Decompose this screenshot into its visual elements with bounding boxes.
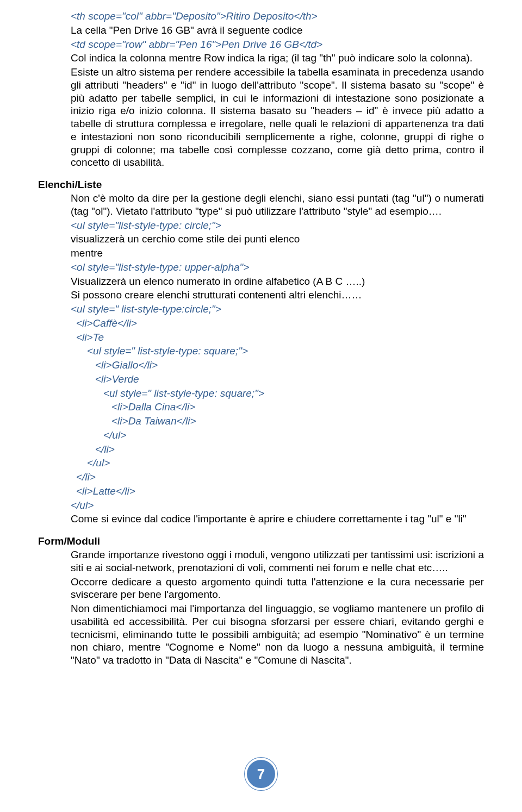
elenchi-code7: <li>Giallo</li> <box>95 359 484 372</box>
elenchi-code3: <ul style=" list-style-type:circle;"> <box>71 303 484 316</box>
section-elenchi: Elenchi/Liste Non c'è molto da dire per … <box>38 179 484 526</box>
elenchi-code8: <li>Verde <box>95 373 484 386</box>
elenchi-code6: <ul style=" list-style-type: square;"> <box>87 345 484 358</box>
elenchi-code5: <li>Te <box>76 331 484 344</box>
code-line-td: <td scope="row" abbr="Pen 16">Pen Drive … <box>71 38 484 51</box>
elenchi-code13: </li> <box>95 443 484 456</box>
page-number-text: 7 <box>257 766 265 783</box>
page-number-badge: 7 <box>245 758 277 790</box>
text-line-colrow: Col indica la colonna mentre Row indica … <box>71 52 484 65</box>
elenchi-code2: <ol style="list-style-type: upper-alpha"… <box>71 261 484 274</box>
elenchi-p6: Come si evince dal codice l'importante è… <box>71 513 484 526</box>
elenchi-body2: Come si evince dal codice l'importante è… <box>71 513 484 526</box>
elenchi-code12: </ul> <box>103 429 484 442</box>
elenchi-code11: <li>Da Taiwan</li> <box>111 415 484 428</box>
elenchi-code1: <ul style="list-style-type: circle;"> <box>71 219 484 232</box>
section-form: Form/Moduli Grande importanze rivestono … <box>38 535 484 667</box>
elenchi-p5: Si possono creare elenchi strutturati co… <box>71 289 484 302</box>
elenchi-code14: </ul> <box>87 457 484 470</box>
form-p2: Occorre dedicare a questo argomento quin… <box>71 576 484 602</box>
elenchi-code16: <li>Latte</li> <box>76 485 484 498</box>
heading-form: Form/Moduli <box>38 535 484 547</box>
code-line-th: <th scope="col" abbr="Deposito">Ritiro D… <box>71 10 484 23</box>
elenchi-p2: visualizzerà un cerchio come stile dei p… <box>71 233 484 246</box>
elenchi-code4: <li>Caffè</li> <box>76 317 484 330</box>
elenchi-code17: </ul> <box>71 499 484 512</box>
form-p3: Non dimentichiamoci mai l'importanza del… <box>71 602 484 667</box>
heading-elenchi: Elenchi/Liste <box>38 179 484 191</box>
text-paragraph-scope: Esiste un altro sistema per rendere acce… <box>71 66 484 169</box>
elenchi-p4: Visualizzerà un elenco numerato in ordin… <box>71 275 484 288</box>
form-p1: Grande importanze rivestono oggi i modul… <box>71 548 484 574</box>
page-container: <th scope="col" abbr="Deposito">Ritiro D… <box>0 0 522 812</box>
elenchi-p3: mentre <box>71 247 484 260</box>
elenchi-body: Non c'è molto da dire per la gestione de… <box>71 192 484 316</box>
elenchi-code9: <ul style=" list-style-type: square;"> <box>103 387 484 400</box>
top-indent-block: <th scope="col" abbr="Deposito">Ritiro D… <box>71 10 484 169</box>
elenchi-p1: Non c'è molto da dire per la gestione de… <box>71 192 484 218</box>
elenchi-code10: <li>Dalla Cina</li> <box>111 401 484 414</box>
form-body: Grande importanze rivestono oggi i modul… <box>71 548 484 667</box>
elenchi-code15: </li> <box>76 471 484 484</box>
text-line-cella: La cella "Pen Drive 16 GB" avrà il segue… <box>71 24 484 37</box>
